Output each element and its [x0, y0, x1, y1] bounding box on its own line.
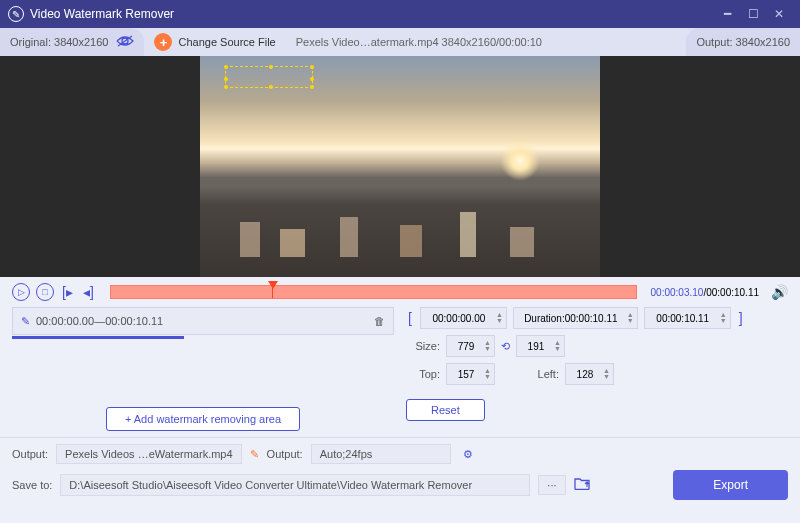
- output-settings-icon[interactable]: ⚙: [463, 448, 473, 461]
- range-start-bracket[interactable]: [: [406, 310, 414, 326]
- playback-controls: ▷ □ [▸ ◂] 00:00:03.10/00:00:10.11 🔊: [0, 277, 800, 307]
- add-source-icon[interactable]: +: [154, 33, 172, 51]
- app-logo-icon: ✎: [8, 6, 24, 22]
- area-segment[interactable]: ✎ 00:00:00.00 — 00:00:10.11 🗑: [12, 307, 394, 335]
- maximize-button[interactable]: ☐: [740, 4, 766, 24]
- left-input[interactable]: ▲▼: [565, 363, 614, 385]
- delete-area-icon[interactable]: 🗑: [374, 315, 385, 327]
- output-size-label: Output: 3840x2160: [686, 28, 800, 56]
- wand-icon: ✎: [21, 315, 30, 328]
- link-dimensions-icon[interactable]: ⟲: [501, 340, 510, 353]
- preview-toggle-icon[interactable]: [116, 35, 134, 49]
- close-button[interactable]: ✕: [766, 4, 792, 24]
- original-size-label: Original: 3840x2160: [0, 28, 144, 56]
- range-start-input[interactable]: ▲▼: [420, 307, 507, 329]
- params-panel: [ ▲▼ ▲▼ ▲▼ ] Size: ▲▼ ⟲ ▲▼ Top: ▲▼ Left:…: [406, 307, 788, 437]
- browse-path-button[interactable]: ···: [538, 475, 565, 495]
- top-input[interactable]: ▲▼: [446, 363, 495, 385]
- minimize-button[interactable]: ━: [714, 4, 740, 24]
- open-folder-icon[interactable]: [574, 477, 590, 493]
- reset-button[interactable]: Reset: [406, 399, 485, 421]
- areas-panel: ✎ 00:00:00.00 — 00:00:10.11 🗑 + Add wate…: [12, 307, 394, 437]
- output-format: Auto;24fps: [311, 444, 451, 464]
- add-area-button[interactable]: + Add watermark removing area: [106, 407, 300, 431]
- bottom-bar: Output: Pexels Videos …eWatermark.mp4 ✎ …: [0, 437, 800, 506]
- output-filename: Pexels Videos …eWatermark.mp4: [56, 444, 242, 464]
- app-title: Video Watermark Remover: [30, 7, 174, 21]
- top-label: Top:: [406, 368, 440, 380]
- change-source-button[interactable]: Change Source File: [178, 36, 275, 48]
- save-path: D:\Aiseesoft Studio\Aiseesoft Video Conv…: [60, 474, 530, 496]
- toolbar: Original: 3840x2160 + Change Source File…: [0, 28, 800, 56]
- file-info: Pexels Video…atermark.mp4 3840x2160/00:0…: [296, 36, 542, 48]
- video-preview[interactable]: [0, 56, 800, 277]
- time-display: 00:00:03.10/00:00:10.11: [651, 287, 759, 298]
- titlebar: ✎ Video Watermark Remover ━ ☐ ✕: [0, 0, 800, 28]
- left-label: Left:: [525, 368, 559, 380]
- play-button[interactable]: ▷: [12, 283, 30, 301]
- duration-input[interactable]: ▲▼: [513, 307, 638, 329]
- edit-filename-icon[interactable]: ✎: [250, 448, 259, 461]
- width-input[interactable]: ▲▼: [446, 335, 495, 357]
- output-format-label: Output:: [267, 448, 303, 460]
- output-file-label: Output:: [12, 448, 48, 460]
- stop-button[interactable]: □: [36, 283, 54, 301]
- save-to-label: Save to:: [12, 479, 52, 491]
- range-end-bracket[interactable]: ]: [737, 310, 745, 326]
- watermark-selection[interactable]: [225, 66, 313, 88]
- export-button[interactable]: Export: [673, 470, 788, 500]
- set-start-button[interactable]: [▸: [60, 284, 75, 300]
- volume-icon[interactable]: 🔊: [771, 284, 788, 300]
- segment-progress: [12, 336, 184, 339]
- timeline-scrubber[interactable]: [110, 285, 637, 299]
- size-label: Size:: [406, 340, 440, 352]
- range-end-input[interactable]: ▲▼: [644, 307, 731, 329]
- height-input[interactable]: ▲▼: [516, 335, 565, 357]
- set-end-button[interactable]: ◂]: [81, 284, 96, 300]
